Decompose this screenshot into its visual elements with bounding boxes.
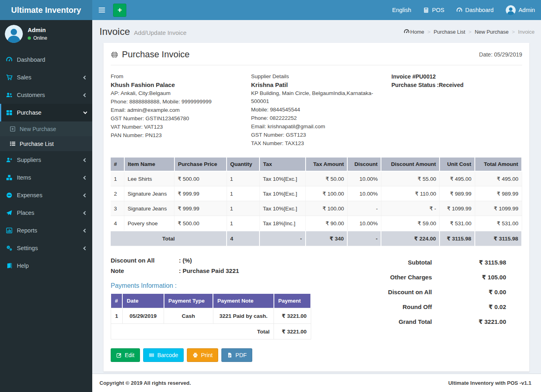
cell-discount-amount: ₹ 59.00 [381,216,440,231]
supplier-name: Krishna Patil [251,81,382,89]
summary-label: Round Off [403,303,432,310]
cell-discount: 10.00% [347,171,381,186]
button-label: Edit [125,352,134,358]
table-row: 105/29/2019Cash3221 Paid by cash.₹ 3221.… [111,308,311,324]
summary-value: ₹ 3221.00 [432,318,506,325]
barcode-icon [149,352,154,358]
payments-total-row: Total₹ 3221.00 [111,324,311,339]
pdf-button[interactable]: PDF [221,348,252,362]
barcode-button[interactable]: Barcode [143,348,184,362]
cell-tax-amount: ₹ 50.00 [306,171,348,186]
button-label: PDF [235,352,247,358]
cell-quantity: 1 [227,216,259,231]
chevron-left-icon [83,228,87,232]
invoice-date: Date: 05/29/2019 [479,51,522,58]
invoice-title: Purchase Invoice [111,49,190,60]
payments-col-date: Date [122,294,164,308]
summary-value: ₹ 105.00 [432,274,506,281]
print-button[interactable]: Print [187,348,218,362]
chevron-left-icon [83,246,87,250]
payments-col-payment: Payment [274,294,311,308]
dashboard-link[interactable]: Dashboard [450,0,500,20]
summary-label: Grand Total [399,318,432,325]
from-block: From Khush Fashion Palace AP: Ankali, Ci… [111,73,241,148]
sidebar-item-expenses[interactable]: Expenses [0,186,92,204]
avatar [5,25,23,43]
sidebar-item-customers[interactable]: Customers [0,86,92,104]
sidebar-item-sales[interactable]: Sales [0,69,92,86]
breadcrumb-new-purchase[interactable]: New Purchase [475,29,509,35]
from-line: PAN Number: PN123 [111,131,241,139]
plus-square-icon [10,126,16,132]
grid-icon [6,109,12,116]
add-button[interactable]: + [113,4,126,17]
user-menu[interactable]: Admin [500,0,541,20]
items-col-total-amount: Total Amount [475,158,522,171]
cell-tax: Tax 10%[Exc.] [259,201,306,216]
invoice-meta-block: Invoice #PU0012 Purchase Status :Receive… [391,73,522,148]
sidebar-item-label: Suppliers [17,157,41,163]
supplier-line: GST Number: GST123 [251,131,382,139]
sidebar-item-label: Places [17,210,34,216]
edit-button[interactable]: Edit [111,348,140,362]
from-line: AP: Ankali, City:Belgaum [111,89,241,97]
sidebar-item-items[interactable]: Items [0,169,92,186]
supplier-block: Supplier Details Krishna Patil KP Buildi… [251,73,382,148]
from-line: VAT Number: VAT123 [111,123,241,131]
sidebar-user-panel: Admin Online [0,20,92,48]
edit-icon [116,352,122,358]
cell-purchase-price: ₹ 999.99 [174,186,227,201]
cell-discount-amount: ₹ 55.00 [381,171,440,186]
cell-tax: Tax 18%[Inc.] [259,216,306,231]
sidebar-item-purchase[interactable]: Purchase [0,104,92,121]
table-row: 2Signature Jeans₹ 999.991Tax 10%[Exc.]₹ … [111,186,522,201]
sidebar-subitem-new-purchase[interactable]: New Purchase [0,121,92,136]
cell-quantity: 1 [227,186,259,201]
cell-item-name: Povery shoe [124,216,174,231]
items-total-tax-amount: ₹ 340 [306,231,348,246]
cell-payment-note: 3221 Paid by cash. [213,308,274,324]
user-plus-icon [6,157,12,163]
breadcrumb-label: Purchase List [434,29,465,35]
summary-value: ₹ 3115.98 [432,259,506,266]
payments-heading: Payments Information : [111,282,367,289]
globe-icon [111,51,118,59]
sidebar-item-settings[interactable]: Settings [0,239,92,257]
cell-purchase-price: ₹ 500.00 [174,216,227,231]
cell-num: 2 [111,186,124,201]
pos-link[interactable]: POS [417,0,450,20]
list-icon [10,141,16,147]
from-label: From [111,73,241,81]
items-total-quantity: 4 [227,231,259,246]
invoice-info: From Khush Fashion Palace AP: Ankali, Ci… [111,73,522,148]
language-menu[interactable]: English [386,0,417,20]
sidebar-user-status[interactable]: Online [28,35,47,41]
payments-total-value: ₹ 3221.00 [274,324,311,339]
print-icon [192,352,198,358]
top-navbar: + English POS Dashboard Admin [92,0,541,20]
sidebar-toggle-button[interactable] [92,0,111,20]
sidebar-subitem-purchase-list[interactable]: Purchase List [0,136,92,151]
sidebar-item-places[interactable]: Places [0,204,92,222]
action-buttons: EditBarcodePrintPDF [111,348,367,362]
cell-tax: Tax 10%[Exc.] [259,186,306,201]
content-header: Invoice Add/Update Invoice Home>Purchase… [92,20,541,42]
sidebar-item-help[interactable]: Help [0,257,92,275]
sidebar-item-suppliers[interactable]: Suppliers [0,151,92,169]
cell-num: 1 [111,308,123,324]
payments-total-label: Total [111,324,274,339]
pos-label: POS [432,7,444,13]
invoice-summary: Subtotal₹ 3115.98Other Charges₹ 105.00Di… [367,253,506,362]
bar-chart-icon [6,227,12,234]
breadcrumb-home[interactable]: Home [404,29,424,35]
avatar [506,5,516,15]
payments-col-num: # [111,294,123,308]
summary-row-subtotal: Subtotal₹ 3115.98 [367,255,506,270]
summary-label: Discount on All [388,289,432,295]
sidebar-item-label: Help [17,263,29,269]
breadcrumb-purchase-list[interactable]: Purchase List [434,29,465,35]
sidebar-item-dashboard[interactable]: Dashboard [0,51,92,69]
brand-logo[interactable]: Ultimate Inventory [0,0,92,20]
note-row: Note : Purchase Paid 3221 [111,267,367,274]
sidebar-item-reports[interactable]: Reports [0,222,92,239]
